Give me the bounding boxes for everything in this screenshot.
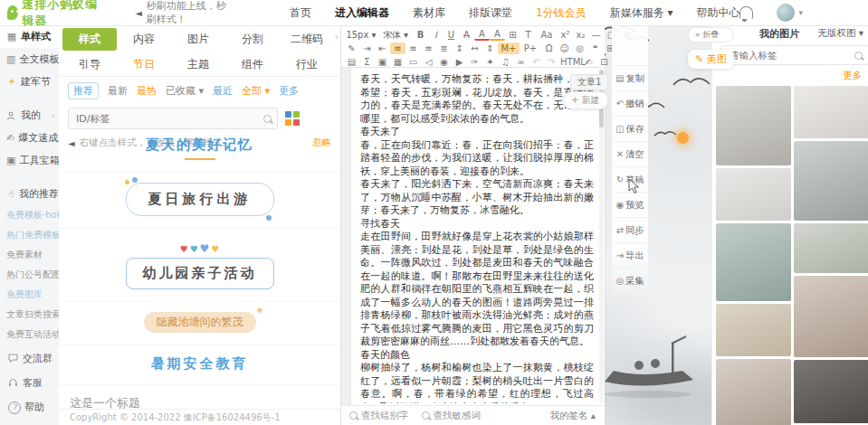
- filter-recent[interactable]: 最近: [213, 84, 233, 98]
- undo-icon[interactable]: ↶: [529, 56, 544, 68]
- sidebar-item-army-day[interactable]: ✦ 建军节: [0, 71, 59, 93]
- tab-qrcode[interactable]: 二维码: [280, 28, 334, 51]
- strikethrough-icon[interactable]: A: [459, 29, 474, 41]
- beautify-image-button[interactable]: ✎ 美图: [688, 50, 734, 69]
- align-center-icon[interactable]: ≡: [405, 42, 421, 54]
- omega-icon[interactable]: Ω: [541, 42, 557, 54]
- align-left-icon[interactable]: ≡: [390, 42, 405, 54]
- style-sample-summer-safety[interactable]: 暑期安全教育: [59, 345, 340, 385]
- link-free-activities[interactable]: 免费互动活动: [0, 325, 59, 345]
- case-icon[interactable]: Aa: [536, 29, 558, 41]
- link-icon[interactable]: ∞: [513, 56, 529, 68]
- announcement[interactable]: ◄ 秒刷功能上线，秒刷样式！: [135, 0, 235, 26]
- tab-divider[interactable]: 分割: [225, 28, 280, 51]
- video-icon[interactable]: ▶: [452, 56, 467, 68]
- sidebar-item-mine[interactable]: 我的 ›: [0, 104, 59, 127]
- copy-button[interactable]: ▤ 复制: [612, 65, 648, 90]
- italic-icon[interactable]: I: [428, 29, 444, 41]
- color-grid-icon[interactable]: [285, 111, 300, 126]
- save-button[interactable]: ◫ 保存: [612, 116, 648, 141]
- photo-thumbnail[interactable]: [794, 360, 868, 423]
- nav-layout-class[interactable]: 排版课堂: [469, 5, 512, 21]
- photo-thumbnail[interactable]: [716, 304, 791, 356]
- chat-group-button[interactable]: 交流群: [0, 346, 59, 371]
- eraser-icon[interactable]: ✎: [344, 42, 359, 54]
- photo-thumbnail[interactable]: [794, 86, 868, 138]
- tab-guide[interactable]: 引导: [62, 53, 117, 76]
- superscript-icon[interactable]: x²: [558, 29, 573, 41]
- emoji-icon[interactable]: ☺: [557, 42, 572, 54]
- style-sample-summer-travel[interactable]: 夏日旅行出游: [59, 173, 340, 229]
- panel-collapse-icon[interactable]: ‹: [335, 31, 339, 42]
- link-hot-account-images[interactable]: 热门公号配图: [0, 265, 59, 285]
- link-free-material[interactable]: 免费素材: [0, 245, 59, 265]
- export-button[interactable]: ⇥ 导出: [612, 242, 648, 268]
- margin-icon[interactable]: M+: [498, 42, 520, 54]
- font-family-select[interactable]: 宋体 ▾: [378, 29, 413, 41]
- nav-material-library[interactable]: 素材库: [413, 5, 445, 21]
- sigma-icon[interactable]: Σ: [359, 56, 375, 68]
- nav-home[interactable]: 首页: [290, 5, 311, 21]
- user-menu[interactable]: ▾: [777, 4, 803, 22]
- tab-component[interactable]: 组件: [225, 53, 280, 76]
- align-justify-icon[interactable]: ≣: [436, 42, 452, 54]
- help-button[interactable]: ? 帮助: [0, 395, 59, 420]
- font-size-select[interactable]: 15px ▾: [344, 29, 378, 41]
- audio-icon[interactable]: ◁: [421, 56, 436, 68]
- new-article-button[interactable]: + 新建: [563, 91, 608, 109]
- copyright-free-dropdown[interactable]: 无版权图 ▾: [817, 27, 863, 40]
- image-search-field[interactable]: [721, 45, 868, 65]
- template-icon[interactable]: ▤: [344, 56, 359, 68]
- link-article-search[interactable]: 文章归类搜索: [0, 305, 59, 325]
- camera-icon[interactable]: ◉: [436, 56, 452, 68]
- font-color-icon[interactable]: A: [474, 29, 490, 41]
- bold-icon[interactable]: B: [413, 29, 428, 41]
- fullscreen-icon[interactable]: ⊡: [596, 56, 612, 68]
- filter-hottest[interactable]: 最热: [137, 84, 157, 98]
- style-sample-pond[interactable]: 隐藏池塘间的繁茂: [59, 302, 340, 345]
- preview-button[interactable]: ◉ 预览: [612, 192, 648, 217]
- check-typo-button[interactable]: 查找错别字: [349, 410, 409, 422]
- sync-button[interactable]: ⇄ 同步: [612, 217, 648, 242]
- collapse-panel-button[interactable]: » 折叠: [688, 27, 734, 42]
- line-height-icon[interactable]: ↕: [452, 42, 467, 54]
- underline-icon[interactable]: U: [444, 29, 459, 41]
- sidebar-item-full-template[interactable]: ▥ 全文模板: [0, 48, 59, 71]
- quote-icon[interactable]: ❝: [587, 42, 603, 54]
- tab-content[interactable]: 内容: [117, 28, 171, 51]
- filter-newest[interactable]: 最新: [108, 84, 128, 98]
- style-sample-summer-memory[interactable]: 夏天的美好记忆: [59, 127, 340, 173]
- filter-favorited[interactable]: 已收藏 ▾: [166, 84, 204, 98]
- customer-service-button[interactable]: 客服: [0, 371, 59, 395]
- nav-enter-editor[interactable]: 进入编辑器: [335, 5, 389, 21]
- photo-thumbnail[interactable]: [716, 168, 791, 221]
- photo-thumbnail[interactable]: [794, 276, 868, 357]
- card-icon[interactable]: ▭: [405, 56, 421, 68]
- more-link[interactable]: 更多: [712, 65, 868, 84]
- music-icon[interactable]: ♫: [498, 56, 513, 68]
- brush-icon[interactable]: ✑: [467, 56, 482, 68]
- align-right-icon[interactable]: ≡: [421, 42, 436, 54]
- nav-media-service[interactable]: 新媒体服务 ▾: [610, 5, 673, 21]
- editor-scrollbar[interactable]: [599, 70, 604, 403]
- padding-icon[interactable]: P+: [520, 42, 541, 54]
- bg-color-icon[interactable]: A: [490, 29, 505, 41]
- sidebar-item-toolbox[interactable]: ▣ 工具宝箱: [0, 149, 59, 172]
- tab-theme[interactable]: 主题: [171, 53, 225, 76]
- tab-style[interactable]: 样式: [62, 28, 117, 51]
- tab-industry[interactable]: 行业: [280, 53, 334, 76]
- magic-brush-icon[interactable]: ✦: [482, 56, 498, 68]
- indent-icon[interactable]: ⇥: [359, 42, 375, 54]
- filter-all[interactable]: 全部 ▾: [242, 84, 270, 98]
- find-icon[interactable]: ◎: [572, 42, 587, 54]
- sidebar-item-recommend[interactable]: ☝ 我的推荐: [0, 183, 59, 205]
- letter-spacing-icon[interactable]: ↔: [467, 42, 482, 54]
- nav-member-promo[interactable]: 1分钱会员: [536, 5, 587, 21]
- photo-thumbnail[interactable]: [794, 141, 868, 221]
- hr-icon[interactable]: —: [588, 29, 604, 41]
- sidebar-item-viral-article[interactable]: ✍ 爆文速成 ›: [0, 127, 59, 149]
- tab-image[interactable]: 图片: [171, 28, 225, 51]
- text-box-icon[interactable]: ⊞: [505, 29, 520, 41]
- link-free-gallery[interactable]: 免费图库: [0, 285, 59, 305]
- filter-more[interactable]: 更多: [279, 84, 299, 98]
